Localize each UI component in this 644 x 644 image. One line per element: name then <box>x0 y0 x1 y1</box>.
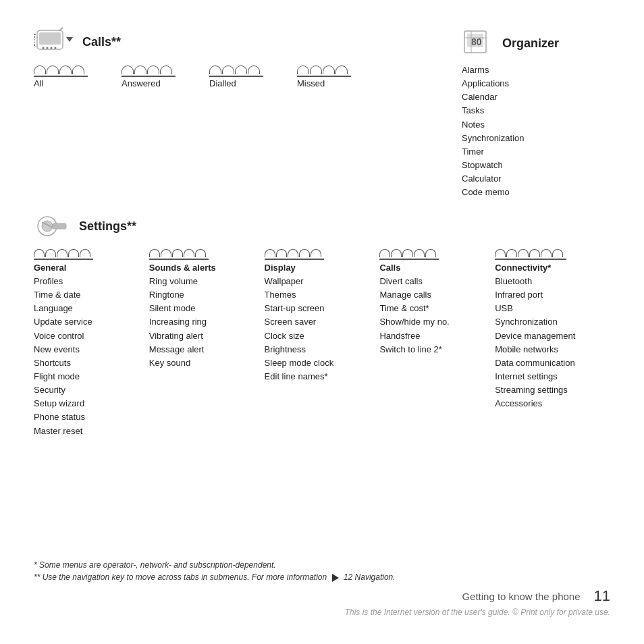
calls-col-header: Calls <box>379 261 495 275</box>
arch <box>184 249 194 257</box>
list-item: USB <box>495 302 610 315</box>
list-item: Switch to line 2* <box>379 343 495 356</box>
list-item: Device management <box>495 329 610 343</box>
list-item: Bluetooth <box>495 275 610 288</box>
arch <box>402 249 413 257</box>
general-header: General <box>34 261 149 275</box>
arch-3 <box>59 65 72 74</box>
arch-3 <box>147 65 159 74</box>
footnote-2b: 12 Navigation. <box>344 572 396 582</box>
arch <box>425 249 436 257</box>
arch <box>495 249 506 257</box>
list-item: Message alert <box>149 343 265 356</box>
tab-all: All <box>34 65 88 88</box>
arch <box>299 249 310 257</box>
col-calls: Calls Divert calls Manage calls Time & c… <box>379 249 495 437</box>
arch-4 <box>72 65 84 74</box>
arch <box>276 249 287 257</box>
arch-2 <box>222 65 234 74</box>
calls-tabs-row: All Answered <box>34 65 462 88</box>
organizer-list: Alarms Applications Calendar Tasks Notes… <box>462 63 610 199</box>
tab-dialled-icons <box>209 65 263 74</box>
list-item: Language <box>34 302 149 315</box>
col-calls-line <box>379 259 439 260</box>
tab-missed: Missed <box>297 65 351 88</box>
tab-answered-icons <box>122 65 176 74</box>
display-list: Display Wallpaper Themes Start-up screen… <box>265 261 380 383</box>
list-item: Accessories <box>495 397 610 410</box>
tab-answered: Answered <box>122 65 176 88</box>
arch <box>529 249 540 257</box>
calls-title: Calls** <box>82 35 121 49</box>
svg-point-4 <box>47 47 49 49</box>
organizer-icon: 80 <box>462 27 495 59</box>
list-item: Brightness <box>265 343 380 356</box>
tab-missed-label: Missed <box>297 78 351 88</box>
settings-cols: General Profiles Time & date Language Up… <box>34 249 610 437</box>
settings-section: Settings** General Profiles Time & date <box>34 213 610 437</box>
arch <box>506 249 517 257</box>
arch-1 <box>122 65 134 74</box>
list-item: Mobile networks <box>495 343 610 356</box>
list-item: Divert calls <box>379 275 495 288</box>
footer-bottom: Getting to know the phone 11 This is the… <box>34 587 610 617</box>
list-item: Voice control <box>34 329 149 343</box>
col-conn-line <box>495 259 566 260</box>
list-item: Update service <box>34 315 149 329</box>
col-calls-icons <box>379 249 495 257</box>
settings-header: Settings** <box>34 213 610 240</box>
arch <box>288 249 298 257</box>
calls-header: Calls** <box>34 27 462 57</box>
footnote-2: ** Use the navigation key to move across… <box>34 571 610 583</box>
conn-header: Connectivity* <box>495 261 610 275</box>
settings-icon <box>34 213 71 240</box>
settings-title: Settings** <box>79 219 136 234</box>
top-row: Calls** All <box>34 27 610 199</box>
col-display: Display Wallpaper Themes Start-up screen… <box>265 249 380 437</box>
arch-4 <box>248 65 260 74</box>
footnote-2-text: ** Use the navigation key to move across… <box>34 572 327 582</box>
organizer-item: Applications <box>462 77 610 90</box>
col-general-line <box>34 259 93 260</box>
list-item: Data communication <box>495 356 610 370</box>
list-item: Sleep mode clock <box>265 356 380 370</box>
arch-2 <box>134 65 146 74</box>
arch <box>552 249 563 257</box>
page-num-row: Getting to know the phone 11 <box>462 587 610 605</box>
list-item: Screen saver <box>265 315 380 329</box>
list-item: Silent mode <box>149 302 265 315</box>
svg-point-5 <box>51 47 53 49</box>
list-item: Security <box>34 383 149 397</box>
arch <box>414 249 425 257</box>
tab-missed-line <box>297 76 351 77</box>
tab-all-line <box>34 76 88 77</box>
list-item: Key sound <box>149 356 265 370</box>
page-number: 11 <box>594 587 610 605</box>
organizer-title: Organizer <box>502 36 559 51</box>
display-header: Display <box>265 261 380 275</box>
list-item: Vibrating alert <box>149 329 265 343</box>
organizer-section: 80 Organizer Alarms Applications Calenda… <box>462 27 610 199</box>
calls-icon <box>34 27 74 57</box>
arch-2 <box>47 65 59 74</box>
col-display-line <box>265 259 324 260</box>
col-sounds-line <box>149 259 209 260</box>
arch-4 <box>160 65 172 74</box>
organizer-item: Code memo <box>462 186 610 199</box>
list-item: Manage calls <box>379 288 495 302</box>
list-item: Start-up screen <box>265 302 380 315</box>
list-item: Increasing ring <box>149 315 265 329</box>
arch <box>149 249 160 257</box>
organizer-item: Stopwatch <box>462 159 610 172</box>
tab-all-label: All <box>34 78 88 88</box>
svg-rect-1 <box>39 32 61 45</box>
arch-1 <box>209 65 221 74</box>
organizer-item: Alarms <box>462 63 610 77</box>
tab-dialled: Dialled <box>209 65 263 88</box>
svg-point-6 <box>55 47 57 49</box>
arch-4 <box>336 65 348 74</box>
tab-answered-line <box>122 76 176 77</box>
arch <box>68 249 79 257</box>
calls-section: Calls** All <box>34 27 462 91</box>
organizer-item: Timer <box>462 145 610 159</box>
